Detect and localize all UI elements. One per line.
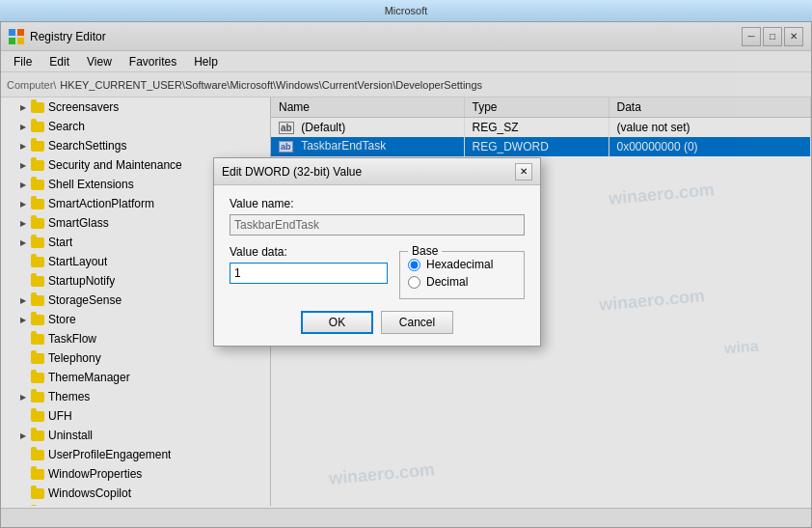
dialog-title: Edit DWORD (32-bit) Value: [222, 165, 362, 179]
radio-decimal[interactable]: Decimal: [408, 275, 516, 289]
base-legend: Base: [408, 244, 442, 258]
value-name-label: Value name:: [230, 197, 525, 210]
hex-radio[interactable]: [408, 259, 420, 271]
dialog-close-button[interactable]: ✕: [515, 163, 532, 181]
value-name-input[interactable]: [230, 214, 525, 236]
dialog-overlay: Edit DWORD (32-bit) Value ✕ Value name: …: [1, 22, 811, 527]
cancel-button[interactable]: Cancel: [381, 311, 453, 334]
hex-label: Hexadecimal: [426, 258, 493, 271]
dialog-right-col: Base Hexadecimal Decimal: [399, 245, 525, 299]
value-data-label: Value data:: [230, 245, 388, 259]
taskbar-title: Microsoft: [385, 5, 428, 16]
registry-editor-window: Registry Editor ─ □ ✕ File Edit View Fav…: [0, 21, 812, 528]
value-data-input[interactable]: [230, 263, 388, 284]
base-group: Base Hexadecimal Decimal: [399, 251, 525, 299]
dialog-title-bar: Edit DWORD (32-bit) Value ✕: [214, 158, 540, 185]
taskbar-top: Microsoft: [0, 0, 812, 21]
ok-button[interactable]: OK: [301, 311, 373, 334]
edit-dword-dialog: Edit DWORD (32-bit) Value ✕ Value name: …: [213, 157, 541, 347]
radio-hexadecimal[interactable]: Hexadecimal: [408, 258, 516, 271]
dialog-body: Value name: Value data: Base Hexadecima: [214, 185, 540, 346]
dialog-data-row: Value data: Base Hexadecimal: [230, 245, 525, 299]
dialog-left-col: Value data:: [230, 245, 388, 299]
dec-radio[interactable]: [408, 276, 420, 289]
dec-label: Decimal: [426, 275, 468, 289]
dialog-buttons: OK Cancel: [230, 311, 525, 334]
